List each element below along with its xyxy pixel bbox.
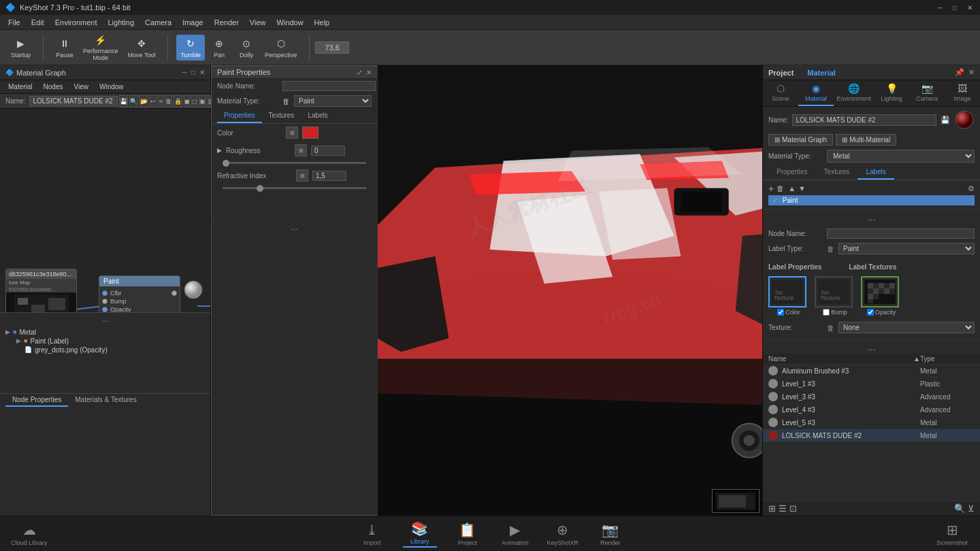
mat-row-level1[interactable]: Level_1 #3 Plastic xyxy=(763,378,980,390)
pp-mat-type-select[interactable]: Paint xyxy=(294,95,372,107)
minimize-btn[interactable]: ─ xyxy=(935,3,945,12)
pp-expand-btn[interactable]: ⤢ xyxy=(357,69,362,76)
pan-btn[interactable]: ⊕ Pan xyxy=(206,35,232,61)
rp-mat-graph-btn[interactable]: ⊞ Material Graph xyxy=(768,134,833,146)
label-thumb-bump[interactable]: No Texture Bump xyxy=(815,276,855,316)
pp-roughness-input[interactable] xyxy=(311,146,345,156)
mg-sort-btn[interactable]: ≡ xyxy=(158,95,163,107)
pp-refr-slider[interactable] xyxy=(223,187,366,189)
rp-label-type-select[interactable]: Paint xyxy=(838,243,975,254)
menu-image[interactable]: Image xyxy=(177,17,209,28)
viewport[interactable]: 人人素材社区 rrcg.cn xyxy=(378,65,762,516)
pp-color-tex-icon[interactable]: ⊞ xyxy=(286,127,298,139)
menu-help[interactable]: Help xyxy=(309,17,336,28)
rp-texture-select[interactable]: None xyxy=(838,322,975,333)
rp-label-up-btn[interactable]: ▲ xyxy=(788,184,796,193)
rp-list-view-btn[interactable]: ☰ xyxy=(779,503,787,514)
rp-label-settings-btn[interactable]: ⚙ xyxy=(968,184,975,193)
pp-roughness-expand[interactable]: ▶ xyxy=(217,147,222,154)
rp-close-btn[interactable]: ✕ xyxy=(968,68,975,77)
mat-row-level5[interactable]: Level_5 #3 Metal xyxy=(763,416,980,429)
rp-label-add-btn[interactable]: + xyxy=(768,183,774,194)
node-paint[interactable]: Paint Clbr Bump Opacity xyxy=(99,276,180,312)
rp-mat-type-select[interactable]: Metal Plastic Advanced Paint xyxy=(827,150,975,163)
menu-edit[interactable]: Edit xyxy=(26,17,50,28)
rp-filter-btn[interactable]: ⊻ xyxy=(968,503,975,514)
rp-tab-environment[interactable]: 🌐 Environment xyxy=(834,80,874,106)
bb-project-btn[interactable]: 📋 Project xyxy=(451,522,485,546)
mat-row-level4[interactable]: Level_4 #3 Advanced xyxy=(763,403,980,416)
pp-mat-trash-btn[interactable]: 🗑 xyxy=(282,97,290,105)
bb-library-btn[interactable]: 📚 Library xyxy=(403,520,437,548)
perspective-btn[interactable]: ⬡ Perspective xyxy=(261,35,301,61)
rp-label-down-btn[interactable]: ▼ xyxy=(798,184,806,193)
mg-lock-btn[interactable]: 🔒 xyxy=(174,95,182,107)
rp-tile-view-btn[interactable]: ⊡ xyxy=(789,503,797,514)
rp-multi-mat-btn[interactable]: ⊞ Multi-Material xyxy=(836,134,896,146)
pp-roughness-slider[interactable] xyxy=(223,162,366,164)
menu-camera[interactable]: Camera xyxy=(140,17,177,28)
pp-refr-tex-icon[interactable]: ⊞ xyxy=(296,169,308,182)
label-color-checkbox[interactable] xyxy=(777,309,784,316)
mg-footer-tab-mat[interactable]: Materials & Textures xyxy=(68,394,143,407)
rp-dots-1[interactable]: ... xyxy=(763,210,980,224)
bb-animation-btn[interactable]: ▶ Animation xyxy=(498,522,532,546)
bb-render-btn[interactable]: 📷 Render xyxy=(593,522,627,546)
menu-view[interactable]: View xyxy=(244,17,272,28)
menu-window[interactable]: Window xyxy=(271,17,308,28)
fps-input[interactable] xyxy=(315,41,349,54)
label-bump-checkbox[interactable] xyxy=(823,309,830,316)
startup-btn[interactable]: ▶ Startup xyxy=(7,35,35,61)
dolly-btn[interactable]: ⊙ Dolly xyxy=(233,35,259,61)
bb-cloud-library-btn[interactable]: ☁ Cloud Library xyxy=(11,522,48,546)
rp-save-btn[interactable]: 💾 xyxy=(941,116,950,124)
rp-dots-2[interactable]: ... xyxy=(763,339,980,354)
pp-tab-properties[interactable]: Properties xyxy=(217,109,262,123)
pp-roughness-tex-icon[interactable]: ⊞ xyxy=(295,144,307,156)
rp-tab-image[interactable]: 🖼 Image xyxy=(945,80,980,106)
mg-save-btn[interactable]: 💾 xyxy=(119,95,128,107)
rp-name-input[interactable] xyxy=(792,114,936,126)
label-opacity-checkbox[interactable] xyxy=(867,309,874,316)
mg-canvas-dots[interactable]: ... xyxy=(0,313,210,325)
tree-expand-metal[interactable]: ▶ xyxy=(5,329,10,335)
bb-keyshot-xr-btn[interactable]: ⊕ KeyShotXR xyxy=(546,522,580,546)
pp-refr-input[interactable] xyxy=(312,171,346,181)
mg-name-input[interactable] xyxy=(29,96,118,106)
menu-file[interactable]: File xyxy=(3,17,26,28)
mat-sort-btn[interactable]: ▲ xyxy=(913,355,920,363)
mg-delete-btn[interactable]: 🗑 xyxy=(165,95,172,107)
tree-expand-paint[interactable]: ▶ xyxy=(16,337,21,344)
rp-inner-tab-textures[interactable]: Textures xyxy=(816,165,858,180)
close-btn[interactable]: ✕ xyxy=(965,3,975,12)
rp-inner-tab-labels[interactable]: Labels xyxy=(858,165,894,180)
mg-search-btn[interactable]: 🔍 xyxy=(129,95,138,107)
label-thumb-color[interactable]: No Texture Color xyxy=(768,276,809,316)
rp-label-item-paint[interactable]: ✓ Paint xyxy=(768,195,975,205)
mg-btn3[interactable]: ▣ xyxy=(199,95,206,107)
maximize-btn[interactable]: □ xyxy=(950,3,960,12)
pp-color-swatch[interactable] xyxy=(302,127,318,139)
pause-btn[interactable]: ⏸ Pause xyxy=(52,35,78,61)
rp-search-btn[interactable]: 🔍 xyxy=(954,503,965,514)
rp-tab-camera[interactable]: 📷 Camera xyxy=(909,80,945,106)
pp-bottom-dots[interactable]: ... xyxy=(212,220,377,233)
menu-environment[interactable]: Environment xyxy=(50,17,103,28)
rp-tab-material[interactable]: ◉ Material xyxy=(798,80,834,106)
mat-row-aluminum[interactable]: Aluminum Brushed #3 Metal xyxy=(763,365,980,378)
rp-grid-view-btn[interactable]: ⊞ xyxy=(768,503,776,514)
mg-menu-window[interactable]: Window xyxy=(94,82,129,92)
rp-label-type-trash-btn[interactable]: 🗑 xyxy=(827,245,834,253)
mg-restore-btn[interactable]: □ xyxy=(191,69,195,76)
label-thumb-opacity[interactable]: Opacity xyxy=(861,276,902,316)
mg-menu-nodes[interactable]: Nodes xyxy=(38,82,69,92)
tumble-btn[interactable]: ↻ Tumble xyxy=(176,35,205,61)
bb-screenshot-btn[interactable]: ⊞ Screenshot xyxy=(935,522,969,546)
menu-lighting[interactable]: Lighting xyxy=(102,17,140,28)
mg-folder-btn[interactable]: 📂 xyxy=(140,95,148,107)
mg-btn2[interactable]: ◻ xyxy=(191,95,197,107)
mg-menu-view[interactable]: View xyxy=(68,82,94,92)
mg-footer-tab-node[interactable]: Node Properties xyxy=(5,394,68,407)
mg-btn1[interactable]: ◼ xyxy=(184,95,190,107)
menu-render[interactable]: Render xyxy=(209,17,244,28)
